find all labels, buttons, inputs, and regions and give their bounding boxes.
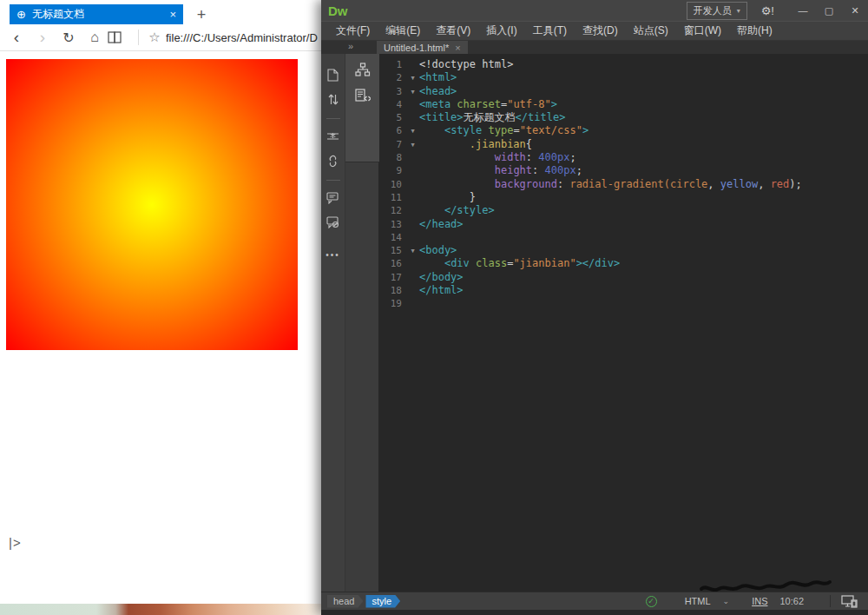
code-fold-arrow-icon[interactable]: ▼ xyxy=(406,138,419,151)
expand-pane-icon[interactable]: |> xyxy=(9,535,22,550)
doc-type-select[interactable]: HTML ⌄ xyxy=(685,596,730,606)
code-line-17[interactable]: 17</body> xyxy=(379,271,868,284)
code-text: <head> xyxy=(419,85,868,98)
tag-selector-style[interactable]: style xyxy=(365,595,400,608)
code-fold-arrow-icon[interactable]: ▼ xyxy=(406,71,419,84)
device-preview-icon[interactable] xyxy=(841,595,858,608)
panel-overflow-chevron[interactable]: » xyxy=(348,41,353,51)
code-line-8[interactable]: 8 width: 400px; xyxy=(379,151,868,164)
menu-item-7[interactable]: 窗口(W) xyxy=(676,23,729,38)
code-fold-arrow-icon[interactable]: ▼ xyxy=(406,244,419,257)
line-number: 6 xyxy=(379,124,406,137)
code-line-12[interactable]: 12 </style> xyxy=(379,204,868,217)
minimize-button[interactable]: — xyxy=(790,0,816,21)
code-text: <html> xyxy=(419,71,868,84)
line-number: 17 xyxy=(379,271,406,284)
code-line-13[interactable]: 13</head> xyxy=(379,218,868,231)
code-line-7[interactable]: 7▼ .jianbian{ xyxy=(379,138,868,151)
code-fold-arrow-icon[interactable]: ▼ xyxy=(406,85,419,98)
code-line-14[interactable]: 14 xyxy=(379,231,868,244)
favorites-star-icon[interactable]: ☆ xyxy=(143,30,166,45)
line-number: 3 xyxy=(379,85,406,98)
code-line-1[interactable]: 1<!doctype html> xyxy=(379,58,868,71)
file-management-icon[interactable] xyxy=(325,90,342,108)
open-documents-icon[interactable] xyxy=(325,66,342,83)
dom-panel-icon[interactable] xyxy=(355,63,371,76)
format-source-icon[interactable] xyxy=(325,128,342,145)
code-text: <title>无标题文档</title> xyxy=(419,111,868,124)
close-button[interactable]: ✕ xyxy=(842,0,868,21)
browser-tabstrip: ⊕ 无标题文档 × + xyxy=(0,0,321,24)
browser-tab[interactable]: ⊕ 无标题文档 × xyxy=(10,4,183,24)
tag-selector-head[interactable]: head xyxy=(327,595,363,608)
code-line-18[interactable]: 18</html> xyxy=(379,284,868,297)
menu-item-0[interactable]: 文件(F) xyxy=(328,23,378,38)
browser-tab-title: 无标题文档 xyxy=(32,7,165,22)
code-fold-arrow-icon[interactable]: ▼ xyxy=(406,124,419,137)
address-bar[interactable]: file:///C:/Users/Administrator/D xyxy=(166,31,321,44)
workspace-switcher-button[interactable]: 开发人员 ▾ xyxy=(687,2,747,20)
code-line-6[interactable]: 6▼ <style type="text/css"> xyxy=(379,124,868,137)
code-line-11[interactable]: 11 } xyxy=(379,191,868,204)
line-number: 7 xyxy=(379,138,406,151)
new-tab-button[interactable]: + xyxy=(192,6,211,24)
code-text xyxy=(419,297,868,310)
dw-document-tabbar: » Untitled-1.html* × xyxy=(321,41,868,54)
code-fold-gutter xyxy=(406,58,419,71)
code-text: <style type="text/css"> xyxy=(419,124,868,137)
menu-item-2[interactable]: 查看(V) xyxy=(428,23,478,38)
reading-list-icon[interactable] xyxy=(108,31,134,43)
code-line-3[interactable]: 3▼<head> xyxy=(379,85,868,98)
line-number: 8 xyxy=(379,151,406,164)
dw-panel-dock xyxy=(345,54,379,615)
code-line-19[interactable]: 19 xyxy=(379,297,868,310)
sync-settings-gear-icon[interactable]: ⚙! xyxy=(761,4,774,17)
code-text: height: 400px; xyxy=(419,164,868,177)
code-text: background: radial-gradient(circle, yell… xyxy=(419,178,868,191)
back-icon[interactable]: ‹ xyxy=(3,28,30,47)
home-icon[interactable]: ⌂ xyxy=(82,30,108,45)
document-tab-close-icon[interactable]: × xyxy=(455,43,460,53)
code-editor[interactable]: 1<!doctype html>2▼<html>3▼<head>4<meta c… xyxy=(379,54,868,592)
browser-viewport xyxy=(0,52,321,604)
line-number: 15 xyxy=(379,244,406,257)
code-line-2[interactable]: 2▼<html> xyxy=(379,71,868,84)
code-line-15[interactable]: 15▼<body> xyxy=(379,244,868,257)
tab-close-icon[interactable]: × xyxy=(164,8,176,21)
line-number: 11 xyxy=(379,191,406,204)
menu-item-6[interactable]: 站点(S) xyxy=(626,23,676,38)
menu-item-3[interactable]: 插入(I) xyxy=(478,23,524,38)
code-line-5[interactable]: 5<title>无标题文档</title> xyxy=(379,111,868,124)
code-text: </body> xyxy=(419,271,868,284)
code-line-10[interactable]: 10 background: radial-gradient(circle, y… xyxy=(379,178,868,191)
line-number: 13 xyxy=(379,218,406,231)
menu-item-5[interactable]: 查找(D) xyxy=(575,23,626,38)
maximize-button[interactable]: ▢ xyxy=(816,0,842,21)
code-fold-gutter xyxy=(406,204,419,217)
menu-item-1[interactable]: 编辑(E) xyxy=(378,23,428,38)
line-number: 19 xyxy=(379,297,406,310)
forward-icon[interactable]: › xyxy=(30,28,56,47)
toolbar-more-dots[interactable]: ••• xyxy=(326,250,340,260)
code-line-16[interactable]: 16 <div class="jianbian"></div> xyxy=(379,257,868,270)
apply-comment-icon[interactable] xyxy=(325,189,342,207)
unlink-icon[interactable] xyxy=(325,152,342,169)
document-tab[interactable]: Untitled-1.html* × xyxy=(377,41,468,54)
code-line-4[interactable]: 4<meta charset="utf-8"> xyxy=(379,98,868,111)
browser-toolbar: ‹ › ↻ ⌂ ☆ file:///C:/Users/Administrator… xyxy=(0,24,321,51)
code-fold-gutter xyxy=(406,218,419,231)
remove-comment-icon[interactable] xyxy=(325,214,342,231)
code-text: .jianbian{ xyxy=(419,138,868,151)
insert-mode-indicator[interactable]: INS xyxy=(752,596,767,606)
menu-item-8[interactable]: 帮助(H) xyxy=(729,23,780,38)
menu-item-4[interactable]: 工具(T) xyxy=(525,23,575,38)
radial-gradient-div xyxy=(6,59,298,350)
document-tab-label: Untitled-1.html* xyxy=(384,43,449,53)
dw-common-toolbar: ••• xyxy=(321,54,345,615)
toolbar-divider xyxy=(326,118,340,119)
refresh-icon[interactable]: ↻ xyxy=(56,30,82,46)
dw-logo: Dw xyxy=(321,3,348,18)
code-line-9[interactable]: 9 height: 400px; xyxy=(379,164,868,177)
snippets-panel-icon[interactable] xyxy=(355,89,371,102)
dw-bottom-edge xyxy=(321,610,868,615)
